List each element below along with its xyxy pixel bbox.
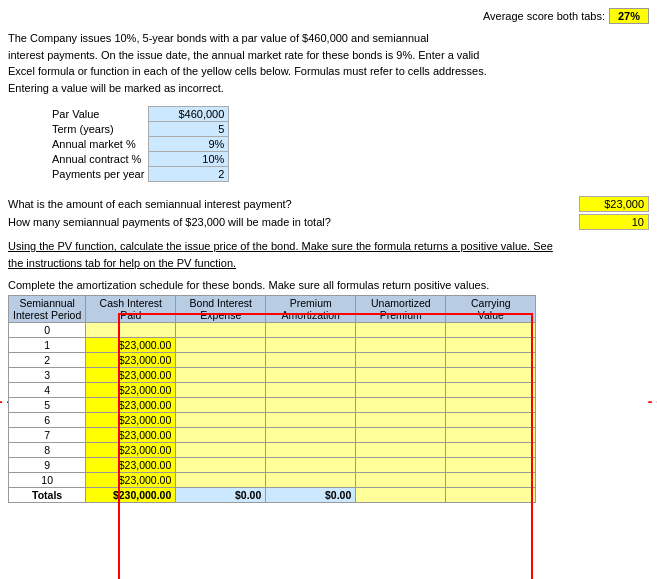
cell-unamort-prem <box>356 323 446 338</box>
cell-prem-amort: $0.00 <box>266 488 356 503</box>
params-row: Par Value$460,000 <box>48 107 229 122</box>
params-row: Payments per year2 <box>48 167 229 182</box>
cell-period: 8 <box>9 443 86 458</box>
param-label: Payments per year <box>48 167 149 182</box>
instructions-line3: Excel formula or function in each of the… <box>8 65 487 77</box>
top-bar: Average score both tabs: 27% <box>8 8 649 24</box>
questions-section: What is the amount of each semiannual in… <box>8 196 649 230</box>
table-row: 1$23,000.00 <box>9 338 536 353</box>
col-header-premium-amort: PremiumAmortization <box>266 296 356 323</box>
question-2-answer: 10 <box>579 214 649 230</box>
score-label: Average score both tabs: <box>483 10 605 22</box>
cell-carrying-val <box>446 323 536 338</box>
cell-prem-amort <box>266 398 356 413</box>
cell-carrying-val <box>446 398 536 413</box>
table-row: 9$23,000.00 <box>9 458 536 473</box>
pv-section: - - Using the PV function, calculate the… <box>8 238 649 271</box>
cell-bond-interest <box>176 338 266 353</box>
param-value: 2 <box>149 167 229 182</box>
cell-period: 1 <box>9 338 86 353</box>
cell-period: 2 <box>9 353 86 368</box>
right-dashes: - - <box>648 393 657 409</box>
param-value: $460,000 <box>149 107 229 122</box>
cell-unamort-prem <box>356 473 446 488</box>
question-2-row: How many semiannual payments of $23,000 … <box>8 214 649 230</box>
param-label: Annual contract % <box>48 152 149 167</box>
table-row: 7$23,000.00 <box>9 428 536 443</box>
col-header-bond-interest: Bond InterestExpense <box>176 296 266 323</box>
cell-carrying-val <box>446 488 536 503</box>
instructions-line2: interest payments. On the issue date, th… <box>8 49 479 61</box>
cell-cash-interest: $23,000.00 <box>86 398 176 413</box>
amort-wrapper: SemiannualInterest Period Cash InterestP… <box>8 295 536 503</box>
cell-bond-interest: $0.00 <box>176 488 266 503</box>
question-1-text: What is the amount of each semiannual in… <box>8 198 571 210</box>
cell-carrying-val <box>446 338 536 353</box>
cell-period: 10 <box>9 473 86 488</box>
param-label: Annual market % <box>48 137 149 152</box>
cell-cash-interest: $230,000.00 <box>86 488 176 503</box>
param-value: 5 <box>149 122 229 137</box>
cell-prem-amort <box>266 428 356 443</box>
table-row: 8$23,000.00 <box>9 443 536 458</box>
col-header-carrying-val: CarryingValue <box>446 296 536 323</box>
cell-prem-amort <box>266 383 356 398</box>
cell-period: 6 <box>9 413 86 428</box>
cell-carrying-val <box>446 443 536 458</box>
cell-carrying-val <box>446 413 536 428</box>
cell-prem-amort <box>266 443 356 458</box>
instructions-block: The Company issues 10%, 5-year bonds wit… <box>8 30 628 96</box>
instructions-line4: Entering a value will be marked as incor… <box>8 82 224 94</box>
cell-cash-interest: $23,000.00 <box>86 413 176 428</box>
cell-unamort-prem <box>356 398 446 413</box>
cell-unamort-prem <box>356 413 446 428</box>
cell-cash-interest: $23,000.00 <box>86 338 176 353</box>
cell-carrying-val <box>446 383 536 398</box>
cell-cash-interest: $23,000.00 <box>86 383 176 398</box>
cell-cash-interest <box>86 323 176 338</box>
table-row: 2$23,000.00 <box>9 353 536 368</box>
cell-cash-interest: $23,000.00 <box>86 443 176 458</box>
cell-unamort-prem <box>356 353 446 368</box>
col-header-unamort-prem: UnamortizedPremium <box>356 296 446 323</box>
cell-period: 9 <box>9 458 86 473</box>
cell-bond-interest <box>176 473 266 488</box>
cell-carrying-val <box>446 473 536 488</box>
table-row: 3$23,000.00 <box>9 368 536 383</box>
complete-label: Complete the amortization schedule for t… <box>8 279 649 291</box>
cell-prem-amort <box>266 473 356 488</box>
table-header-row: SemiannualInterest Period Cash InterestP… <box>9 296 536 323</box>
cell-bond-interest <box>176 458 266 473</box>
cell-period: 0 <box>9 323 86 338</box>
cell-prem-amort <box>266 368 356 383</box>
table-row: 4$23,000.00 <box>9 383 536 398</box>
params-row: Annual contract %10% <box>48 152 229 167</box>
cell-unamort-prem <box>356 458 446 473</box>
amort-table: SemiannualInterest Period Cash InterestP… <box>8 295 536 503</box>
cell-bond-interest <box>176 443 266 458</box>
cell-bond-interest <box>176 353 266 368</box>
cell-bond-interest <box>176 383 266 398</box>
cell-period: 7 <box>9 428 86 443</box>
cell-period: 3 <box>9 368 86 383</box>
cell-carrying-val <box>446 458 536 473</box>
cell-unamort-prem <box>356 428 446 443</box>
cell-bond-interest <box>176 413 266 428</box>
cell-bond-interest <box>176 398 266 413</box>
cell-cash-interest: $23,000.00 <box>86 353 176 368</box>
cell-bond-interest <box>176 428 266 443</box>
params-row: Term (years)5 <box>48 122 229 137</box>
params-row: Annual market %9% <box>48 137 229 152</box>
cell-unamort-prem <box>356 443 446 458</box>
cell-carrying-val <box>446 368 536 383</box>
question-2-text: How many semiannual payments of $23,000 … <box>8 216 571 228</box>
cell-unamort-prem <box>356 383 446 398</box>
cell-period: Totals <box>9 488 86 503</box>
cell-cash-interest: $23,000.00 <box>86 428 176 443</box>
cell-bond-interest <box>176 323 266 338</box>
pv-instruction: Using the PV function, calculate the iss… <box>8 238 568 271</box>
cell-prem-amort <box>266 413 356 428</box>
cell-period: 5 <box>9 398 86 413</box>
cell-unamort-prem <box>356 488 446 503</box>
cell-prem-amort <box>266 353 356 368</box>
